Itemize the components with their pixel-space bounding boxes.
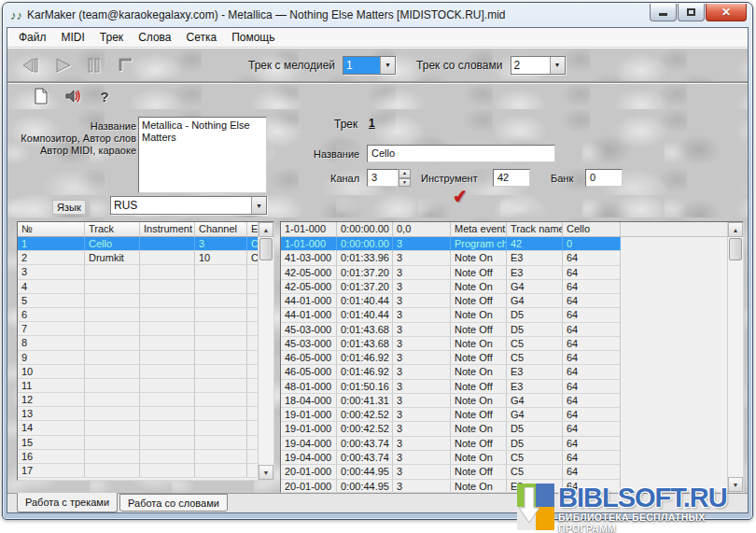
column-header[interactable]: Track name bbox=[507, 222, 563, 236]
table-row[interactable]: 14 bbox=[18, 421, 259, 435]
event-table-scrollbar[interactable]: ▲ ▼ bbox=[727, 222, 743, 492]
table-row[interactable]: 2 Drumkit 10 C bbox=[18, 251, 259, 265]
help-button[interactable]: ? bbox=[95, 87, 114, 105]
column-header[interactable]: № bbox=[18, 222, 85, 237]
language-value: RUS bbox=[111, 197, 251, 214]
menu-item-track[interactable]: Трек bbox=[92, 29, 131, 46]
table-row[interactable]: 46-05-000 0:01:46.92 3 Note On E3 64 bbox=[281, 365, 621, 379]
chevron-down-icon[interactable]: ▼ bbox=[251, 197, 266, 214]
event-table-body: 1-01-000 0:00:00.00 3 Program cha 42 0 4… bbox=[281, 237, 743, 493]
column-header[interactable]: Channel bbox=[195, 222, 247, 237]
column-header[interactable]: Cello bbox=[563, 222, 621, 236]
song-info-textarea[interactable]: Metallica - Nothing Else Matters bbox=[138, 117, 267, 193]
spinner-down-icon[interactable]: ▼ bbox=[399, 178, 411, 188]
settings-panel: Название Композитор, Автор слов Автор MI… bbox=[7, 109, 748, 217]
scrollbar-thumb[interactable] bbox=[259, 238, 273, 260]
spinner-up-icon[interactable]: ▲ bbox=[399, 169, 411, 178]
language-select[interactable]: RUS ▼ bbox=[110, 196, 267, 215]
scroll-up-icon[interactable]: ▲ bbox=[259, 222, 273, 237]
play-button[interactable] bbox=[50, 55, 75, 76]
table-row[interactable]: 42-05-000 0:01:37.20 3 Note On G4 64 bbox=[281, 280, 621, 294]
table-row[interactable]: 12 bbox=[18, 393, 259, 407]
chevron-down-icon[interactable]: ▼ bbox=[550, 57, 565, 74]
scroll-up-icon[interactable]: ▲ bbox=[728, 222, 743, 237]
column-header[interactable]: Track bbox=[85, 222, 140, 237]
table-row[interactable]: 5 bbox=[18, 294, 259, 308]
rewind-to-start-button[interactable] bbox=[19, 55, 43, 76]
maximize-button[interactable] bbox=[678, 4, 705, 21]
track-name-input[interactable]: Cello bbox=[367, 145, 555, 162]
bank-label: Банк bbox=[551, 173, 573, 184]
channel-input[interactable]: 3 bbox=[367, 169, 399, 187]
table-row[interactable]: 16 bbox=[18, 450, 259, 464]
tables-area: № Track Instrument Channel E 1 Cello bbox=[7, 217, 748, 493]
lyrics-track-select[interactable]: 2 ▼ bbox=[511, 56, 566, 75]
apply-check-icon[interactable]: ✔ bbox=[452, 185, 469, 208]
menu-item-file[interactable]: Файл bbox=[11, 29, 54, 46]
column-header[interactable]: 0:00:00.00 bbox=[337, 222, 393, 236]
new-file-button[interactable] bbox=[32, 87, 50, 105]
table-row[interactable]: 19-04-000 0:00:43.74 3 Note On C5 64 bbox=[281, 451, 621, 465]
melody-track-select[interactable]: 1 ▼ bbox=[343, 56, 396, 75]
table-row[interactable]: 19-01-000 0:00:42.52 3 Note On D5 64 bbox=[281, 422, 621, 436]
event-list-table: 1-01-000 0:00:00.00 0,0 Meta event Track… bbox=[280, 221, 744, 493]
table-row[interactable]: 6 bbox=[18, 308, 259, 322]
table-row[interactable]: 20-01-000 0:00:44.95 3 Note Off C5 64 bbox=[281, 465, 621, 479]
table-row[interactable]: 19-04-000 0:00:43.74 3 Note Off D5 64 bbox=[281, 437, 621, 451]
menu-bar: Файл MIDI Трек Слова Сетка Помощь bbox=[7, 28, 748, 48]
channel-stepper[interactable]: ▲ ▼ bbox=[399, 169, 411, 187]
instrument-input[interactable]: 42 bbox=[493, 169, 530, 187]
table-row[interactable]: 9 bbox=[18, 351, 259, 365]
track-name-label: Название bbox=[314, 148, 359, 160]
sound-icon[interactable] bbox=[63, 87, 82, 105]
track-table-scrollbar[interactable]: ▲ ▼ bbox=[258, 222, 273, 480]
bank-input[interactable]: 0 bbox=[585, 169, 623, 187]
table-row[interactable]: 1 Cello 3 C bbox=[18, 237, 259, 251]
table-row[interactable]: 13 bbox=[18, 407, 259, 421]
table-row[interactable]: 41-03-000 0:01:33.96 3 Note On E3 64 bbox=[281, 251, 621, 265]
watermark-subtitle: БИБЛИОТЕКА БЕСПЛАТНЫХ ПРОГРАММ bbox=[558, 512, 756, 533]
chevron-down-icon[interactable]: ▼ bbox=[380, 57, 395, 74]
column-header[interactable]: Meta event bbox=[451, 222, 507, 236]
column-header[interactable]: Instrument bbox=[140, 222, 195, 237]
table-row[interactable]: 44-01-000 0:01:40.44 3 Note On D5 64 bbox=[281, 308, 621, 322]
tab-tracks[interactable]: Работа с треками bbox=[17, 493, 118, 512]
table-row[interactable]: 1-01-000 0:00:00.00 3 Program cha 42 0 bbox=[281, 237, 621, 251]
table-row[interactable]: 17 bbox=[18, 464, 259, 478]
menu-item-grid[interactable]: Сетка bbox=[179, 29, 225, 46]
pause-button[interactable] bbox=[82, 55, 106, 76]
scrollbar-thumb[interactable] bbox=[729, 238, 742, 260]
minimize-icon bbox=[659, 13, 667, 16]
table-row[interactable]: 10 bbox=[18, 365, 259, 379]
title-bar[interactable]: ♪♪ KarMaker (team@karaokegalaxy.com) - M… bbox=[3, 3, 752, 27]
menu-item-midi[interactable]: MIDI bbox=[54, 29, 92, 46]
table-row[interactable]: 8 bbox=[18, 336, 259, 350]
menu-item-lyrics[interactable]: Слова bbox=[131, 29, 178, 46]
close-button[interactable]: ✕ bbox=[706, 4, 747, 21]
table-row[interactable]: 3 bbox=[18, 265, 259, 279]
song-info-labels: Название Композитор, Автор слов Автор MI… bbox=[17, 120, 136, 157]
transport-toolbar: Трек с мелодией 1 ▼ Трек со словами 2 ▼ bbox=[7, 48, 748, 82]
table-row[interactable]: 7 bbox=[18, 322, 259, 336]
table-row[interactable]: 45-03-000 0:01:43.68 3 Note On C5 64 bbox=[281, 337, 621, 351]
table-row[interactable]: 46-05-000 0:01:46.92 3 Note Off C5 64 bbox=[281, 351, 621, 365]
table-row[interactable]: 45-03-000 0:01:43.68 3 Note Off D5 64 bbox=[281, 323, 621, 337]
column-header[interactable]: 1-01-000 bbox=[281, 222, 337, 236]
table-row[interactable]: 15 bbox=[18, 436, 259, 450]
minimize-button[interactable] bbox=[650, 4, 677, 21]
music-notes-icon: ♪♪ bbox=[10, 9, 22, 21]
composer-label: Композитор, Автор слов bbox=[17, 133, 136, 145]
scroll-down-icon[interactable]: ▼ bbox=[259, 465, 273, 480]
table-row[interactable]: 18-04-000 0:00:41.31 3 Note On G4 64 bbox=[281, 394, 621, 408]
table-row[interactable]: 42-05-000 0:01:37.20 3 Note Off E3 64 bbox=[281, 266, 621, 280]
track-label: Трек bbox=[334, 118, 357, 131]
table-row[interactable]: 48-01-000 0:01:50.16 3 Note Off E3 64 bbox=[281, 380, 621, 394]
stop-button[interactable] bbox=[114, 55, 138, 76]
table-row[interactable]: 4 bbox=[18, 280, 259, 294]
tab-lyrics[interactable]: Работа со словами bbox=[119, 494, 228, 512]
table-row[interactable]: 11 bbox=[18, 379, 259, 393]
column-header[interactable]: 0,0 bbox=[393, 222, 451, 236]
table-row[interactable]: 44-01-000 0:01:40.44 3 Note Off G4 64 bbox=[281, 294, 621, 308]
menu-item-help[interactable]: Помощь bbox=[224, 29, 282, 46]
table-row[interactable]: 19-01-000 0:00:42.52 3 Note Off G4 64 bbox=[281, 408, 621, 422]
